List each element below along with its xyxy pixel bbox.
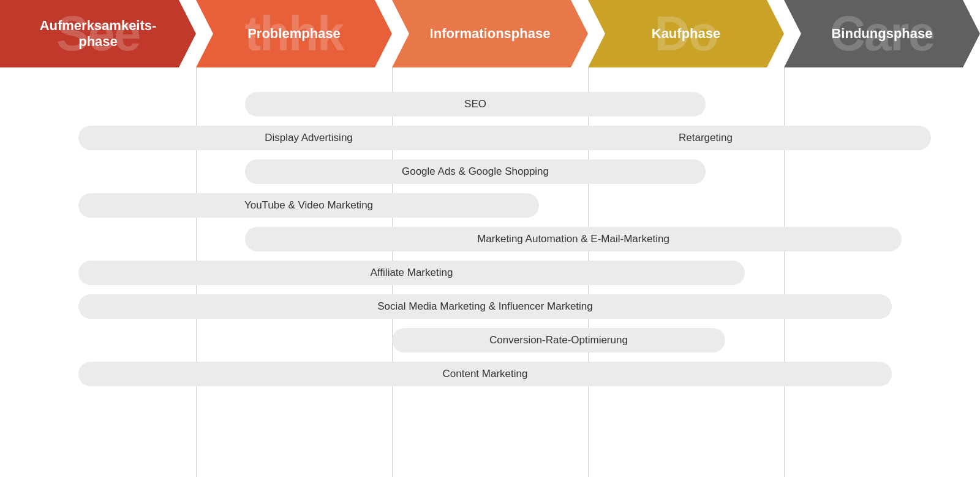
pill-conversion-rate: Conversion-Rate-Optimierung [392, 328, 725, 353]
pill-marketing-automation: Marketing Automation & E-Mail-Marketing [245, 227, 902, 251]
pill-label: Retargeting [679, 132, 733, 144]
pill-label: Display Advertising [265, 132, 353, 144]
phase-label: Informationsphase [430, 26, 551, 42]
phase-bindungsphase: Care Bindungsphase [784, 0, 980, 67]
content-area: SEO Display Advertising Retargeting Goog… [0, 67, 980, 477]
pill-google-ads: Google Ads & Google Shopping [245, 159, 706, 184]
pill-label: Google Ads & Google Shopping [402, 166, 549, 178]
pill-label: Content Marketing [443, 368, 528, 380]
phase-aufmerksamkeit: See Aufmerksamkeits-phase [0, 0, 196, 67]
phase-label: Aufmerksamkeits-phase [40, 18, 157, 50]
pill-affiliate: Affiliate Marketing [78, 261, 745, 285]
pill-label: Conversion-Rate-Optimierung [489, 334, 628, 346]
pill-label: Social Media Marketing & Influencer Mark… [377, 300, 593, 313]
pill-label: YouTube & Video Marketing [244, 199, 373, 212]
phase-label: Kaufphase [652, 26, 720, 42]
phase-kaufphase: Do Kaufphase [588, 0, 784, 67]
pill-content-marketing: Content Marketing [78, 362, 892, 386]
phase-label: Problemphase [247, 26, 341, 42]
phase-label: Bindungsphase [831, 26, 932, 42]
pill-display-advertising: Display Advertising [78, 126, 539, 150]
phase-problemphase: thhk Problemphase [196, 0, 392, 67]
phases-bar: See Aufmerksamkeits-phase thhk Problemph… [0, 0, 980, 67]
pill-label: Marketing Automation & E-Mail-Marketing [477, 233, 669, 245]
phase-informationsphase: Informationsphase [392, 0, 588, 67]
pill-seo: SEO [245, 92, 706, 116]
pill-label: Affiliate Marketing [371, 267, 453, 279]
pill-retargeting: Retargeting [480, 126, 931, 150]
pill-label: SEO [464, 98, 486, 110]
pill-youtube-video: YouTube & Video Marketing [78, 193, 539, 218]
pill-social-media: Social Media Marketing & Influencer Mark… [78, 294, 892, 319]
